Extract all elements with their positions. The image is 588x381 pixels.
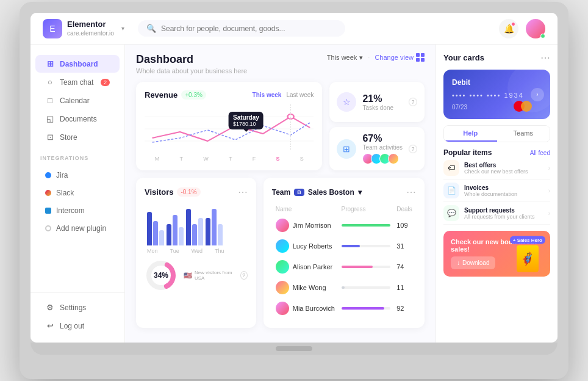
all-feed-link[interactable]: All feed: [530, 150, 550, 156]
revenue-card-header: Revenue +0.3% This week Last week: [145, 90, 314, 100]
member-info: Jim Morrison: [276, 219, 335, 232]
donut-sublabel: New visitors from USA: [195, 270, 234, 281]
sidebar-item-dashboard[interactable]: ⊞ Dashboard: [35, 55, 120, 73]
user-avatar-button[interactable]: [526, 19, 545, 38]
deals-value: 31: [394, 236, 415, 256]
period-tab-this-week[interactable]: This week: [253, 92, 282, 98]
bar-wed-light: [198, 218, 203, 245]
team-badge: B: [294, 189, 304, 196]
week-selector[interactable]: This week ▾: [327, 54, 364, 62]
right-panel-more-icon[interactable]: ⋯: [540, 52, 550, 64]
search-input[interactable]: [161, 24, 337, 33]
period-tab-last-week[interactable]: Last week: [286, 92, 314, 98]
sidebar-item-settings[interactable]: ⚙ Settings: [35, 299, 120, 316]
header-controls: This week ▾ · Change view: [327, 53, 425, 62]
brand: E Elementor care.elementor.io ▾: [43, 19, 128, 38]
sidebar-item-jira[interactable]: Jira: [35, 167, 120, 184]
sidebar-item-label: Dashboard: [60, 60, 98, 68]
visitors-trend: -0.1%: [177, 187, 200, 197]
promo-download-button[interactable]: ↓ Download: [451, 256, 495, 269]
brand-chevron-icon[interactable]: ▾: [121, 25, 124, 32]
team-activities-help[interactable]: ?: [409, 145, 417, 153]
popular-header: Popular items All feed: [443, 148, 550, 157]
member-info: Mia Burcovich: [276, 302, 335, 315]
tab-teams[interactable]: Teams: [497, 126, 550, 142]
popular-item[interactable]: 📄 Invoices Whole documentation ›: [443, 180, 550, 202]
visitors-title: Visitors: [145, 187, 173, 197]
brand-email: care.elementor.io: [67, 30, 114, 37]
popular-item-icon: 📄: [443, 183, 459, 198]
member-avatar: [276, 219, 289, 232]
chart-tooltip: Saturday $1780.10: [229, 112, 264, 129]
period-tabs: This week Last week: [253, 92, 314, 98]
promo-hero-image: 🦸: [517, 245, 539, 272]
bank-card: Debit •••• •••• •••• 1934 07/23 ›: [443, 70, 550, 119]
team-activities-label: Team activities: [362, 144, 403, 151]
tab-help[interactable]: Help: [444, 126, 497, 142]
team-more-icon[interactable]: ⋯: [406, 186, 416, 198]
revenue-card: Revenue +0.3% This week Last week Saturd…: [136, 82, 322, 170]
bar-wed-med: [192, 224, 197, 245]
sidebar-main-section: ⊞ Dashboard ○ Team chat 2 □ Calendar ◱: [30, 52, 124, 149]
popular-item-title: Support requests: [464, 207, 543, 214]
sidebar-item-label: Intercom: [56, 206, 85, 215]
sidebar-item-slack[interactable]: Slack: [35, 184, 120, 201]
dashboard-icon: ⊞: [45, 59, 55, 68]
usa-flag: 🇺🇸: [184, 272, 192, 280]
popular-item[interactable]: 💬 Support requests All requests from you…: [443, 202, 550, 225]
widgets-row-1: Revenue +0.3% This week Last week Saturd…: [136, 82, 425, 170]
bar-mon-med: [153, 221, 158, 245]
bar-thu-med: [212, 209, 217, 245]
visitors-card-header: Visitors -0.1% ⋯: [145, 186, 248, 198]
popular-item[interactable]: 🏷 Best offers Check our new best offers …: [443, 157, 550, 180]
member-info: Alison Parker: [276, 260, 335, 274]
promo-badge: + Sales Hero: [510, 236, 545, 244]
card-next-button[interactable]: ›: [531, 88, 544, 101]
settings-icon: ⚙: [45, 303, 55, 312]
bar-thu-dark: [206, 218, 210, 245]
search-bar[interactable]: 🔍: [138, 20, 345, 37]
popular-item-sub: Check our new best offers: [464, 169, 543, 175]
popular-item-arrow-icon: ›: [548, 165, 550, 172]
sidebar-item-intercom[interactable]: Intercom: [35, 202, 120, 219]
progress-bar-fill: [342, 286, 345, 289]
sidebar-integrations-section: Jira Slack Intercom Add new plugin: [30, 164, 124, 240]
sidebar-item-logout[interactable]: ↩ Log out: [35, 317, 120, 335]
tasks-done-help[interactable]: ?: [409, 98, 417, 106]
notifications-button[interactable]: 🔔: [499, 19, 518, 38]
tasks-done-label: Tasks done: [362, 104, 393, 111]
progress-bar-wrap: [342, 245, 390, 247]
visitors-more-icon[interactable]: ⋯: [238, 186, 248, 198]
table-row: Mike Wong 11: [273, 278, 415, 297]
bar-mon-dark: [147, 212, 152, 245]
visitors-help[interactable]: ?: [240, 271, 248, 280]
change-view-button[interactable]: Change view: [375, 53, 425, 62]
sidebar-item-store[interactable]: ⊡ Store: [35, 128, 120, 146]
team-card: Team B Sales Boston ▾ ⋯ Name: [264, 178, 425, 328]
team-chat-icon: ○: [45, 78, 55, 87]
progress-bar-fill: [342, 224, 390, 227]
donut-text: 🇺🇸 New visitors from USA: [184, 270, 234, 281]
popular-item-info: Support requests All requests from your …: [464, 207, 543, 220]
popular-item-info: Best offers Check our new best offers: [464, 162, 543, 175]
stat-team-activities: ⊞ 67% Team activities: [329, 127, 425, 170]
sidebar-item-calendar[interactable]: □ Calendar: [35, 92, 120, 109]
promo-figure: + Sales Hero 🦸: [510, 236, 545, 272]
bar-wed-dark: [186, 209, 191, 245]
avatar-4: [388, 153, 399, 164]
sidebar-item-team-chat[interactable]: ○ Team chat 2: [35, 73, 120, 91]
table-row: Alison Parker 74: [273, 257, 415, 277]
bar-group-thu: [206, 209, 223, 245]
widgets-row-2: Visitors -0.1% ⋯: [136, 178, 425, 328]
bar-tue-light: [179, 227, 184, 245]
team-activities-icon: ⊞: [337, 139, 356, 159]
brand-logo: E: [43, 19, 62, 38]
team-selector[interactable]: Team B Sales Boston ▾: [272, 188, 362, 197]
sidebar-item-add-plugin[interactable]: Add new plugin: [35, 220, 120, 237]
sidebar-item-documents[interactable]: ◱ Documents: [35, 110, 120, 128]
sidebar-item-label: Slack: [56, 189, 74, 197]
bar-tue-med: [173, 215, 177, 245]
popular-item-info: Invoices Whole documentation: [464, 184, 543, 197]
tasks-done-icon: ☆: [337, 92, 356, 112]
member-name: Lucy Roberts: [293, 242, 332, 250]
